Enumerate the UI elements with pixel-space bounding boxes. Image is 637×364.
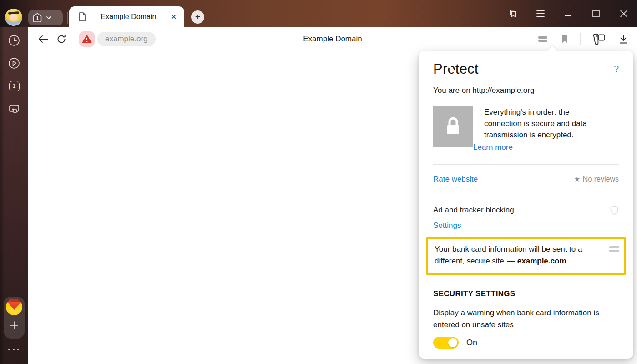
profile-avatar[interactable]: [5, 9, 22, 26]
reload-button[interactable]: [55, 32, 68, 46]
screenshot-icon[interactable]: [7, 102, 21, 116]
menu-icon[interactable]: [536, 9, 546, 19]
site-location-text: You are on http://example.org: [433, 86, 619, 95]
pinned-apps-pill: [4, 297, 25, 339]
tabstrip-separator: [67, 12, 68, 24]
tabs-panel-icon[interactable]: 1: [7, 79, 21, 93]
reviews-summary[interactable]: ★ No reviews: [574, 175, 619, 183]
toggle-knob: [448, 338, 457, 347]
close-button[interactable]: [619, 9, 629, 19]
add-app-icon[interactable]: [9, 320, 19, 330]
ad-blocking-label: Ad and tracker blocking: [433, 206, 514, 215]
minimize-button[interactable]: [563, 9, 573, 19]
settings-link[interactable]: Settings: [433, 221, 461, 230]
bank-notice-domain: example.com: [517, 257, 566, 265]
divider: [433, 194, 619, 194]
tab-example-domain[interactable]: Example Domain ✕: [69, 6, 184, 27]
titlebar: 1 Example Domain ✕ +: [0, 0, 637, 27]
protect-panel-icon[interactable]: [536, 35, 549, 44]
chevron-down-icon[interactable]: [45, 14, 52, 21]
window-controls: [508, 5, 629, 23]
protect-title: Protect: [433, 61, 479, 77]
rate-website-link[interactable]: Rate website: [433, 175, 478, 184]
star-icon: ★: [574, 175, 580, 183]
document-icon: [78, 12, 86, 22]
tab-counter-pill[interactable]: 1: [28, 10, 63, 25]
protect-feature-icon: [609, 246, 619, 252]
site-warning-badge[interactable]: [79, 31, 95, 47]
bookmark-icon[interactable]: [560, 34, 569, 44]
tab-counter-shield-icon: 1: [31, 12, 43, 24]
mail-envelope-flap: [7, 302, 21, 310]
maximize-button[interactable]: [591, 9, 601, 19]
help-link[interactable]: ?: [614, 64, 619, 74]
learn-more-link[interactable]: Learn more: [473, 143, 513, 152]
yandex-mail-icon[interactable]: [6, 299, 22, 315]
security-status-text: Everything's in order: the connection is…: [484, 106, 601, 141]
secure-lock-tile: [433, 106, 473, 147]
security-settings-header: SECURITY SETTINGS: [433, 289, 619, 298]
mail-flap-top: [6, 299, 22, 302]
lock-icon: [444, 116, 463, 137]
video-player-icon[interactable]: [7, 56, 21, 70]
collections-icon[interactable]: [592, 33, 607, 46]
back-button[interactable]: [36, 32, 50, 46]
bank-notice-text: Your bank card information will be sent …: [435, 243, 609, 267]
reviews-label: No reviews: [583, 175, 619, 183]
side-panels-icon[interactable]: [508, 9, 518, 19]
tab-close-icon[interactable]: ✕: [171, 13, 177, 21]
toggle-state-label: On: [466, 338, 477, 348]
browser-toolbar: example.org Example Domain: [28, 27, 637, 51]
tab-title: Example Domain: [86, 13, 171, 21]
sidebar-tab-count: 1: [9, 81, 20, 91]
new-tab-button[interactable]: +: [191, 10, 204, 24]
avatar-face: [10, 14, 18, 21]
url-text: example.org: [105, 35, 148, 44]
card-warning-setting-text: Display a warning when bank card informa…: [433, 307, 624, 331]
sidebar: 1: [0, 27, 28, 364]
protect-panel: Protect ? You are on http://example.org …: [419, 51, 633, 359]
address-bar[interactable]: example.org: [97, 32, 156, 46]
bank-card-notice: Your bank card information will be sent …: [426, 237, 626, 275]
toolbar-separator: [580, 33, 581, 45]
card-warning-toggle[interactable]: [433, 337, 459, 349]
history-icon[interactable]: [7, 34, 21, 47]
tab-count: 1: [36, 15, 39, 21]
shield-icon: [610, 205, 619, 215]
download-icon[interactable]: [618, 34, 629, 45]
more-options-icon[interactable]: [8, 349, 19, 350]
